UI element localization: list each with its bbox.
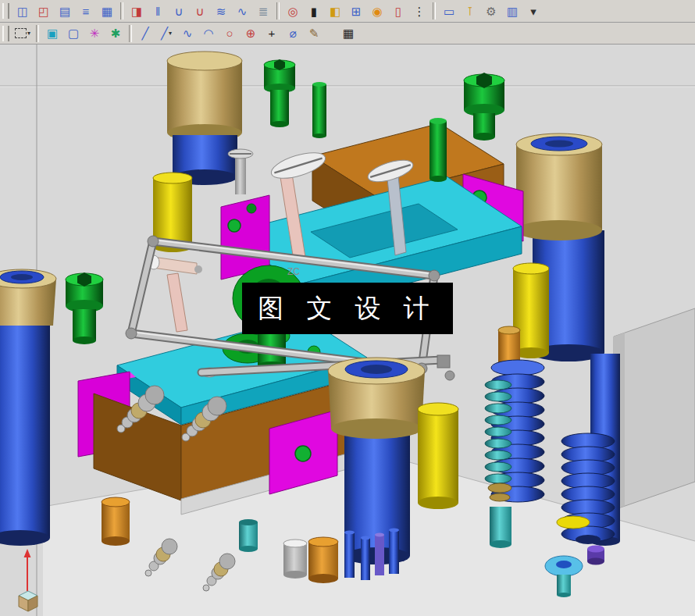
sphere-icon[interactable]: ◉ bbox=[367, 2, 387, 20]
circle-tool-icon[interactable]: ○ bbox=[219, 24, 240, 43]
open-icon[interactable]: ◰ bbox=[34, 2, 54, 20]
spline-tool-icon-glyph: ∿ bbox=[183, 27, 193, 39]
gears-icon[interactable]: ⚙ bbox=[481, 2, 501, 20]
snap-star-icon-glyph: ✳ bbox=[90, 27, 100, 39]
layer-settings-icon-glyph: ▤ bbox=[59, 5, 70, 17]
spring-tool-icon[interactable]: ∿ bbox=[232, 2, 252, 20]
toolbar-gripper-2[interactable] bbox=[2, 26, 9, 41]
bars-icon-glyph: ▮ bbox=[311, 5, 317, 17]
pin-orange-left bbox=[102, 497, 130, 546]
u-channel-alt-icon[interactable]: ∪ bbox=[190, 2, 210, 20]
watermark-text: 图 文 设 计 bbox=[258, 294, 437, 322]
toolbar-separator bbox=[129, 25, 132, 42]
view-list-icon[interactable]: ≡ bbox=[76, 2, 96, 20]
report-icon-glyph: ▥ bbox=[507, 5, 518, 17]
line-tool-icon-glyph: ╱ bbox=[141, 27, 148, 39]
graphics-window: ZC 图 文 设 计 bbox=[0, 45, 695, 616]
toolbar-selection: ▾▣▢✳✱╱╱▾∿◠○⊕+⌀✎▦ bbox=[0, 23, 695, 45]
watermark-overlay: 图 文 设 计 bbox=[242, 283, 453, 334]
style-pen-icon-glyph: ✎ bbox=[309, 27, 319, 39]
swap-view-icon[interactable]: ◨ bbox=[127, 2, 147, 20]
stack-icon-glyph: ≣ bbox=[258, 5, 269, 17]
report-icon[interactable]: ▥ bbox=[502, 2, 522, 20]
measure-bar-icon-glyph: ▯ bbox=[395, 5, 401, 17]
line-options-icon-glyph: ╱ bbox=[161, 27, 168, 39]
window-grid-icon[interactable]: ⊞ bbox=[346, 2, 366, 20]
arc-tool-icon-glyph: ◠ bbox=[203, 27, 213, 39]
model-label-zc: ZC bbox=[287, 266, 300, 277]
line-tool-icon[interactable]: ╱ bbox=[135, 24, 155, 43]
circle-tool-icon-glyph: ○ bbox=[226, 27, 233, 39]
shade-icon[interactable]: ◧ bbox=[325, 2, 345, 20]
keyboard-grid-icon[interactable]: ▦ bbox=[338, 24, 358, 43]
guide-bushing-center bbox=[328, 358, 425, 439]
parallel-bars-icon-glyph: ‖ bbox=[155, 5, 160, 17]
line-options-icon-dropdown[interactable]: ▾ bbox=[169, 30, 172, 37]
dowel-green-mid bbox=[429, 118, 447, 182]
shade-icon-glyph: ◧ bbox=[330, 5, 340, 17]
shaded-box-icon[interactable]: ▣ bbox=[42, 24, 62, 43]
spline-tool-icon[interactable]: ∿ bbox=[177, 24, 198, 43]
u-channel-icon[interactable]: ∪ bbox=[169, 2, 189, 20]
gears-icon-glyph: ⚙ bbox=[486, 5, 496, 17]
plus-tool-icon-glyph: + bbox=[269, 27, 276, 39]
sphere-icon-glyph: ◉ bbox=[372, 5, 382, 17]
toolbar-gripper[interactable] bbox=[2, 3, 9, 19]
plus-tool-icon[interactable]: + bbox=[262, 24, 282, 43]
circle-center-tool-icon-glyph: ⊕ bbox=[246, 27, 256, 39]
waveform-icon[interactable]: ≋ bbox=[211, 2, 231, 20]
toolbar-main: ◫◰▤≡▦◨‖∪∪≋∿≣◎▮◧⊞◉▯⋮▭⊺⚙▥▾ bbox=[0, 0, 695, 23]
style-pen-icon[interactable]: ✎ bbox=[304, 24, 324, 43]
dowel-green-thin-top bbox=[312, 82, 326, 138]
overflow-chevron[interactable]: ▾ bbox=[523, 2, 544, 20]
pin-orange-center bbox=[308, 537, 338, 583]
wireframe-box-icon[interactable]: ▢ bbox=[63, 24, 84, 43]
diameter-tool-icon-glyph: ⌀ bbox=[289, 27, 296, 39]
select-marquee-icon[interactable]: ▾ bbox=[12, 24, 33, 43]
swap-view-icon-glyph: ◨ bbox=[131, 5, 142, 17]
dots-menu-icon-glyph: ⋮ bbox=[414, 5, 426, 17]
datum-icon[interactable]: ◫ bbox=[12, 2, 33, 20]
gauge-icon-glyph: ⊺ bbox=[467, 5, 473, 17]
gauge-icon[interactable]: ⊺ bbox=[460, 2, 480, 20]
datum-icon-glyph: ◫ bbox=[17, 5, 28, 17]
parallel-bars-icon[interactable]: ‖ bbox=[148, 2, 168, 20]
dots-menu-icon[interactable]: ⋮ bbox=[409, 2, 429, 20]
select-marquee-icon-dropdown[interactable]: ▾ bbox=[27, 30, 30, 37]
frame-icon[interactable]: ▭ bbox=[439, 2, 459, 20]
snap-points-icon-glyph: ✱ bbox=[111, 27, 121, 39]
arc-tool-icon[interactable]: ◠ bbox=[198, 24, 219, 43]
line-options-icon[interactable]: ╱▾ bbox=[156, 24, 176, 43]
circle-center-tool-icon[interactable]: ⊕ bbox=[241, 24, 261, 43]
toolbar-main-icons: ◫◰▤≡▦◨‖∪∪≋∿≣◎▮◧⊞◉▯⋮▭⊺⚙▥▾ bbox=[12, 2, 544, 20]
spring-tool-icon-glyph: ∿ bbox=[237, 5, 248, 17]
3d-viewport[interactable]: ZC 图 文 设 计 bbox=[0, 45, 695, 616]
support-pin-yellow-center bbox=[418, 403, 458, 509]
diameter-tool-icon[interactable]: ⌀ bbox=[283, 24, 303, 43]
measure-bar-icon[interactable]: ▯ bbox=[388, 2, 408, 20]
layer-settings-icon[interactable]: ▤ bbox=[55, 2, 75, 20]
inspect-icon-glyph: ◎ bbox=[287, 5, 298, 17]
fitting-purple bbox=[587, 546, 604, 565]
toolbar-separator bbox=[120, 2, 123, 20]
frame-icon-glyph: ▭ bbox=[444, 5, 454, 17]
snap-star-icon[interactable]: ✳ bbox=[84, 24, 105, 43]
snap-points-icon[interactable]: ✱ bbox=[105, 24, 126, 43]
grid-icon[interactable]: ▦ bbox=[97, 2, 117, 20]
stack-icon[interactable]: ≣ bbox=[253, 2, 273, 20]
select-marquee-icon-glyph bbox=[15, 28, 27, 38]
overflow-chevron-glyph: ▾ bbox=[530, 5, 536, 17]
pin-white-center bbox=[283, 539, 307, 579]
base-block-right bbox=[614, 308, 695, 510]
open-icon-glyph: ◰ bbox=[38, 5, 49, 17]
wireframe-box-icon-glyph: ▢ bbox=[68, 27, 79, 39]
view-list-icon-glyph: ≡ bbox=[83, 5, 90, 17]
toolbar-separator bbox=[276, 2, 280, 20]
u-channel-alt-icon-glyph: ∪ bbox=[196, 5, 205, 17]
bars-icon[interactable]: ▮ bbox=[304, 2, 324, 20]
u-channel-icon-glyph: ∪ bbox=[175, 5, 184, 17]
window-grid-icon-glyph: ⊞ bbox=[351, 5, 362, 17]
guide-bushing-top-left bbox=[167, 52, 242, 185]
toolbar-separator bbox=[36, 25, 39, 42]
inspect-icon[interactable]: ◎ bbox=[283, 2, 303, 20]
